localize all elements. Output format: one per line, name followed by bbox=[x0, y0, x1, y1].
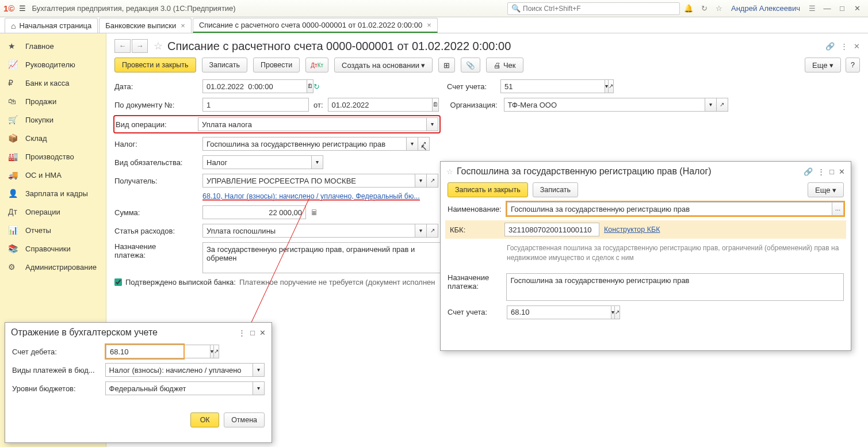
kebab-icon[interactable]: ⋮ bbox=[238, 328, 246, 337]
tab-close-icon[interactable]: × bbox=[427, 21, 431, 29]
bell-icon[interactable]: 🔔 bbox=[684, 4, 693, 13]
date-input[interactable] bbox=[202, 79, 307, 93]
search-input[interactable] bbox=[523, 5, 676, 13]
calculator-icon[interactable]: 🖩 bbox=[311, 208, 318, 217]
minimize-icon[interactable]: — bbox=[820, 4, 835, 13]
chevron-down-icon[interactable]: ▾ bbox=[705, 98, 717, 112]
star-icon[interactable]: ☆ bbox=[446, 167, 453, 176]
kbk-input[interactable] bbox=[504, 223, 599, 236]
maximize-icon[interactable]: □ bbox=[829, 167, 834, 176]
more-button[interactable]: Еще ▾ bbox=[808, 182, 844, 197]
payment-kind-input[interactable] bbox=[105, 363, 253, 377]
link-icon[interactable]: 🔗 bbox=[825, 42, 835, 51]
name-input[interactable] bbox=[507, 202, 832, 216]
chevron-down-icon[interactable]: ▾ bbox=[415, 174, 427, 188]
write-button[interactable]: Записать bbox=[533, 182, 578, 197]
sidebar-item-10[interactable]: 📊Отчеты bbox=[0, 221, 106, 239]
maximize-icon[interactable]: □ bbox=[835, 4, 850, 13]
create-based-button[interactable]: Создать на основании ▾ bbox=[334, 58, 433, 72]
structure-button[interactable]: ⊞ bbox=[438, 58, 455, 72]
menu-icon[interactable]: ☰ bbox=[19, 4, 26, 13]
history-icon[interactable]: ↻ bbox=[701, 4, 708, 13]
budget-level-input[interactable] bbox=[105, 381, 253, 395]
ellipsis-icon[interactable]: … bbox=[832, 202, 844, 216]
cancel-button[interactable]: Отмена bbox=[224, 412, 265, 427]
chevron-down-icon[interactable]: ▾ bbox=[312, 155, 323, 169]
chevron-down-icon[interactable]: ▾ bbox=[253, 363, 265, 377]
open-icon[interactable]: ↗ bbox=[609, 79, 614, 93]
open-icon[interactable]: ↗ bbox=[615, 305, 620, 319]
tab-close-icon[interactable]: × bbox=[181, 21, 185, 30]
open-icon[interactable]: ↗ bbox=[427, 174, 438, 188]
sidebar-item-7[interactable]: 🚚ОС и НМА bbox=[0, 166, 106, 184]
accounting-link[interactable]: 68.10, Налог (взносы): начислено / уплач… bbox=[202, 192, 420, 201]
sidebar-item-9[interactable]: ДтОперации bbox=[0, 203, 106, 221]
open-icon[interactable]: ↗ bbox=[427, 224, 438, 238]
kebab-icon[interactable]: ⋮ bbox=[840, 42, 848, 51]
close-icon[interactable]: ✕ bbox=[259, 328, 266, 337]
tax-input[interactable] bbox=[202, 137, 407, 151]
more-button[interactable]: Еще ▾ bbox=[805, 58, 841, 72]
maximize-icon[interactable]: □ bbox=[250, 328, 255, 337]
chevron-down-icon[interactable]: ▾ bbox=[253, 381, 265, 395]
sidebar-item-3[interactable]: 🛍Продажи bbox=[0, 92, 106, 110]
receiver-input[interactable] bbox=[202, 174, 415, 188]
account2-input[interactable] bbox=[507, 305, 611, 319]
chevron-down-icon[interactable]: ▾ bbox=[407, 137, 418, 151]
search-box[interactable]: 🔍 bbox=[507, 2, 680, 15]
panel-close-icon[interactable]: ✕ bbox=[854, 42, 860, 51]
nav-back-button[interactable]: ← bbox=[114, 39, 131, 53]
nav-fwd-button[interactable]: → bbox=[132, 39, 148, 53]
favorite-icon[interactable]: ☆ bbox=[154, 40, 163, 52]
sidebar-item-5[interactable]: 📦Склад bbox=[0, 129, 106, 147]
close-icon[interactable]: ✕ bbox=[850, 4, 865, 13]
sidebar-item-4[interactable]: 🛒Покупки bbox=[0, 110, 106, 129]
org-input[interactable] bbox=[504, 98, 705, 112]
user-name[interactable]: Андрей Алексеевич bbox=[731, 4, 800, 13]
refresh-icon[interactable]: ↻ bbox=[313, 82, 320, 91]
calendar-icon[interactable]: 🗓 bbox=[307, 79, 313, 93]
tab-bank-statements[interactable]: Банковские выписки× bbox=[99, 18, 192, 33]
calendar-icon[interactable]: 🗓 bbox=[433, 98, 439, 112]
star-icon[interactable]: ☆ bbox=[716, 4, 722, 13]
purpose2-input[interactable] bbox=[506, 273, 844, 301]
docnum-input[interactable] bbox=[202, 98, 309, 112]
account-input[interactable] bbox=[500, 79, 605, 93]
kebab-icon[interactable]: ⋮ bbox=[817, 167, 825, 176]
chevron-down-icon[interactable]: ▾ bbox=[415, 224, 427, 238]
sidebar-item-2[interactable]: ₽Банк и касса bbox=[0, 74, 106, 92]
sidebar-item-0[interactable]: ★Главное bbox=[0, 37, 106, 55]
expense-input[interactable] bbox=[202, 224, 415, 238]
link-icon[interactable]: 🔗 bbox=[804, 167, 813, 176]
open-icon[interactable]: ↗ bbox=[214, 345, 219, 358]
write-close-button[interactable]: Записать и закрыть bbox=[448, 182, 528, 197]
confirmed-checkbox[interactable] bbox=[114, 278, 122, 286]
help-button[interactable]: ? bbox=[846, 58, 860, 72]
write-button[interactable]: Записать bbox=[202, 58, 247, 72]
tab-writeoff[interactable]: Списание с расчетного счета 0000-000001 … bbox=[193, 18, 438, 33]
chevron-down-icon[interactable]: ▾ bbox=[427, 117, 438, 131]
close-icon[interactable]: ✕ bbox=[839, 167, 845, 176]
ok-button[interactable]: ОК bbox=[190, 412, 219, 427]
purpose-input[interactable] bbox=[202, 242, 444, 273]
open-icon[interactable]: ↗↖ bbox=[418, 137, 430, 151]
post-close-button[interactable]: Провести и закрыть bbox=[114, 58, 196, 72]
post-button[interactable]: Провести bbox=[253, 58, 300, 72]
sidebar-item-12[interactable]: ⚙Администрирование bbox=[0, 258, 106, 276]
sidebar-item-8[interactable]: 👤Зарплата и кадры bbox=[0, 184, 106, 203]
tab-home[interactable]: Начальная страница bbox=[5, 18, 98, 33]
sidebar-item-6[interactable]: 🏭Производство bbox=[0, 147, 106, 166]
sum-input[interactable] bbox=[202, 205, 306, 219]
filter-icon[interactable]: ☰ bbox=[809, 4, 816, 13]
dtkt-button[interactable]: ДтКт bbox=[305, 58, 328, 72]
sidebar-item-1[interactable]: 📈Руководителю bbox=[0, 55, 106, 74]
attach-button[interactable]: 📎 bbox=[461, 58, 480, 72]
open-icon[interactable]: ↗ bbox=[717, 98, 728, 112]
obligation-input[interactable] bbox=[202, 155, 312, 169]
from-date-input[interactable] bbox=[328, 98, 433, 112]
debit-input[interactable] bbox=[106, 345, 211, 358]
check-button[interactable]: 🖨 Чек bbox=[486, 58, 523, 72]
sidebar-item-11[interactable]: 📚Справочники bbox=[0, 239, 106, 258]
operation-input[interactable] bbox=[198, 117, 427, 131]
kbk-constructor-link[interactable]: Конструктор КБК bbox=[604, 226, 660, 234]
